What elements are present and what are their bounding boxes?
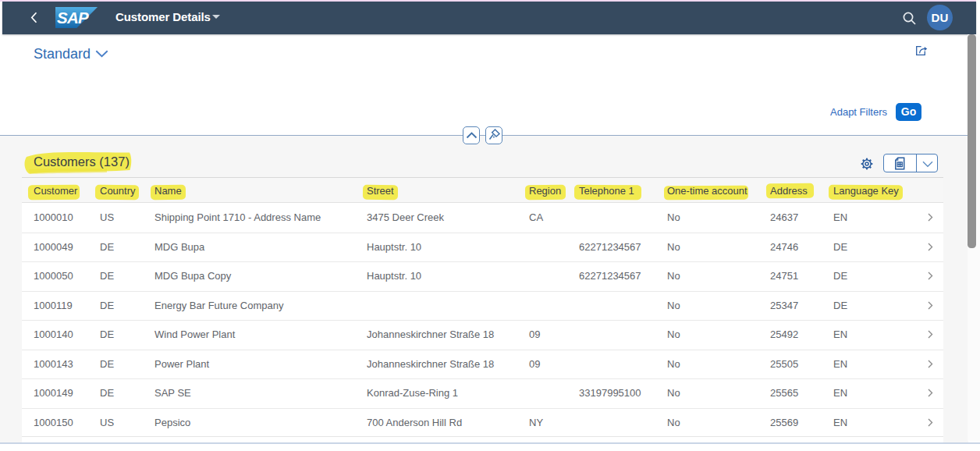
svg-text:SAP: SAP [57,9,89,27]
